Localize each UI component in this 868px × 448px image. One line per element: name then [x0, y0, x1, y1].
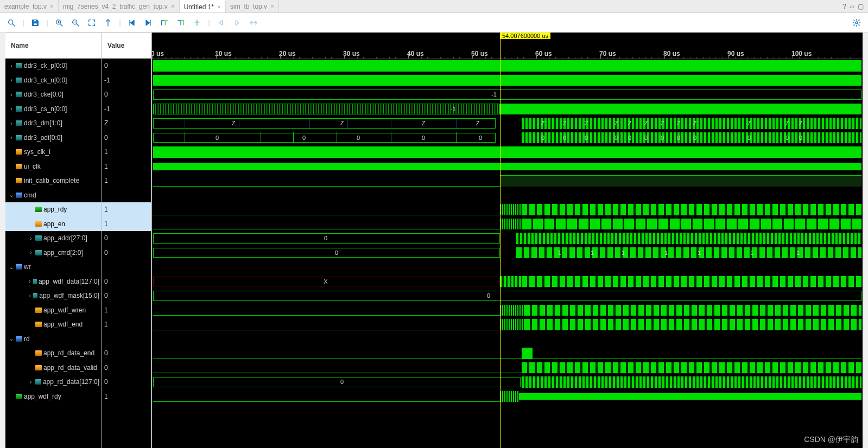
expand-icon[interactable]: ›: [9, 120, 14, 126]
signal-row-rd[interactable]: ⌄rd: [5, 332, 102, 347]
signal-row-ddr3-odt-0-0-[interactable]: ›ddr3_odt[0:0]: [5, 131, 102, 145]
maximize-icon[interactable]: ▢: [858, 3, 864, 10]
settings-icon[interactable]: [850, 16, 864, 30]
signal-row-ui-clk[interactable]: ui_clk: [5, 159, 102, 174]
expand-icon[interactable]: ›: [28, 249, 34, 255]
signal-row-init-calib-complete[interactable]: init_calib_complete: [5, 174, 102, 188]
wave-row[interactable]: [152, 389, 863, 404]
wave-row[interactable]: [152, 303, 863, 318]
signal-row-app-wdf-wren[interactable]: app_wdf_wren: [5, 303, 102, 318]
signal-row-app-cmd-2-0-[interactable]: ›app_cmd[2:0]: [5, 246, 102, 260]
tab-untitled[interactable]: Untitled 1*×: [180, 0, 226, 12]
signal-row-app-addr-27-0-[interactable]: ›app_addr[27:0]: [5, 231, 102, 246]
bus-icon: [16, 63, 22, 68]
expand-icon[interactable]: ›: [28, 379, 34, 385]
signal-row-ddr3-ck-n-0-0-[interactable]: ›ddr3_ck_n[0:0]: [5, 73, 102, 88]
cursor-label: 54.007600000 us: [500, 33, 550, 39]
wave-row[interactable]: [152, 188, 863, 203]
expand-icon[interactable]: ›: [9, 63, 14, 69]
wave-row[interactable]: [152, 202, 863, 217]
help-icon[interactable]: ?: [842, 3, 846, 10]
wave-row[interactable]: [152, 145, 863, 159]
signal-row-ddr3-dm-1-0-[interactable]: ›ddr3_dm[1:0]: [5, 116, 102, 131]
expand-icon[interactable]: ›: [9, 77, 14, 83]
signal-name: app_cmd[2:0]: [43, 249, 83, 257]
wave-row[interactable]: [152, 59, 863, 73]
add-marker-icon[interactable]: [190, 16, 204, 30]
waveform-canvas[interactable]: 0 us10 us20 us30 us40 us50 us60 us70 us8…: [151, 33, 863, 448]
expand-icon[interactable]: ›: [28, 278, 31, 284]
zoom-in-icon[interactable]: [52, 16, 66, 30]
wave-row[interactable]: 0: [152, 231, 863, 246]
signal-row-sys-clk-i[interactable]: sys_clk_i: [5, 145, 102, 159]
wave-row[interactable]: [152, 346, 863, 361]
tab-sim-tb-top[interactable]: sim_tb_top.v×: [226, 0, 279, 12]
time-cursor[interactable]: [500, 33, 500, 448]
wave-row[interactable]: [152, 361, 863, 375]
expand-icon[interactable]: ›: [9, 92, 14, 98]
signal-row-app-wdf-rdy[interactable]: app_wdf_rdy: [5, 389, 102, 404]
signal-row-app-rdy[interactable]: app_rdy: [5, 202, 102, 217]
go-to-cursor-icon[interactable]: [101, 16, 115, 30]
signal-name: ddr3_ck_p[0:0]: [24, 62, 67, 69]
wave-row[interactable]: ZZZZZZZZZZZZZZZZ: [152, 116, 863, 131]
swap-icon[interactable]: [246, 16, 261, 30]
wave-row[interactable]: [152, 317, 863, 332]
prev-edge-icon[interactable]: [157, 16, 172, 30]
signal-row-cmd[interactable]: ⌄cmd: [5, 188, 102, 203]
next-edge-icon[interactable]: [174, 16, 188, 30]
wave-row[interactable]: [152, 332, 863, 347]
expand-icon[interactable]: ⌄: [9, 336, 14, 342]
wave-row[interactable]: [152, 159, 863, 174]
signal-name: ddr3_odt[0:0]: [24, 134, 62, 142]
wave-row[interactable]: 01111111: [152, 246, 863, 260]
signal-row-ddr3-cke-0-0-[interactable]: ›ddr3_cke[0:0]: [5, 87, 102, 102]
signal-row-wr[interactable]: ⌄wr: [5, 260, 102, 274]
wave-row[interactable]: [152, 260, 863, 274]
expand-icon[interactable]: ⌄: [9, 192, 14, 198]
expand-icon[interactable]: ›: [9, 135, 14, 140]
restore-icon[interactable]: ▱: [850, 3, 854, 10]
prev-trans-icon[interactable]: [214, 16, 228, 30]
signal-row-app-en[interactable]: app_en: [5, 217, 102, 232]
next-trans-icon[interactable]: [230, 16, 244, 30]
wave-row[interactable]: 0: [152, 375, 863, 389]
close-icon[interactable]: ×: [217, 3, 221, 11]
signal-row-app-wdf-data-127-0-[interactable]: ›app_wdf_data[127:0]: [5, 274, 102, 289]
close-icon[interactable]: ×: [270, 3, 274, 10]
signal-row-ddr3-cs-n-0-0-[interactable]: ›ddr3_cs_n[0:0]: [5, 102, 102, 117]
signal-row-app-rd-data-127-0-[interactable]: ›app_rd_data[127:0]: [5, 375, 102, 389]
tab-mig[interactable]: mig_7series_v4_2_traffic_gen_top.v×: [59, 0, 180, 12]
wave-row[interactable]: [152, 174, 863, 188]
zoom-out-icon[interactable]: [68, 16, 83, 30]
reg-icon: [35, 207, 42, 212]
wave-row[interactable]: [152, 73, 863, 88]
wave-row[interactable]: -1: [152, 87, 863, 102]
wave-row[interactable]: 0: [152, 289, 863, 303]
close-icon[interactable]: ×: [171, 3, 175, 10]
expand-icon[interactable]: ›: [9, 106, 14, 112]
wave-row[interactable]: [152, 217, 863, 232]
signal-row-ddr3-ck-p-0-0-[interactable]: ›ddr3_ck_p[0:0]: [5, 59, 102, 73]
signal-row-app-rd-data-valid[interactable]: app_rd_data_valid: [5, 361, 102, 375]
go-to-end-icon[interactable]: [141, 16, 155, 30]
svg-point-0: [9, 20, 13, 24]
expand-icon[interactable]: ⌄: [9, 264, 14, 270]
go-to-start-icon[interactable]: [125, 16, 139, 30]
wave-row[interactable]: 00000000000000000: [152, 131, 863, 145]
save-icon[interactable]: [28, 16, 42, 30]
search-icon[interactable]: [4, 16, 18, 30]
signal-row-app-wdf-end[interactable]: app_wdf_end: [5, 317, 102, 332]
expand-icon[interactable]: ›: [28, 293, 31, 299]
signal-name-panel[interactable]: Name ›ddr3_ck_p[0:0]›ddr3_ck_n[0:0]›ddr3…: [5, 33, 102, 448]
signal-row-app-rd-data-end[interactable]: app_rd_data_end: [5, 346, 102, 361]
signal-value: 1: [102, 303, 151, 318]
expand-icon[interactable]: ›: [28, 235, 34, 241]
wave-row[interactable]: -1: [152, 102, 863, 117]
wave-row[interactable]: X: [152, 274, 863, 289]
signal-value-panel[interactable]: Value 0-10-1Z0111110000110001: [102, 33, 151, 448]
signal-row-app-wdf-mask-15-0-[interactable]: ›app_wdf_mask[15:0]: [5, 289, 102, 303]
close-icon[interactable]: ×: [50, 3, 54, 10]
tab-example-top[interactable]: example_top.v×: [0, 0, 59, 12]
zoom-fit-icon[interactable]: [85, 16, 99, 30]
